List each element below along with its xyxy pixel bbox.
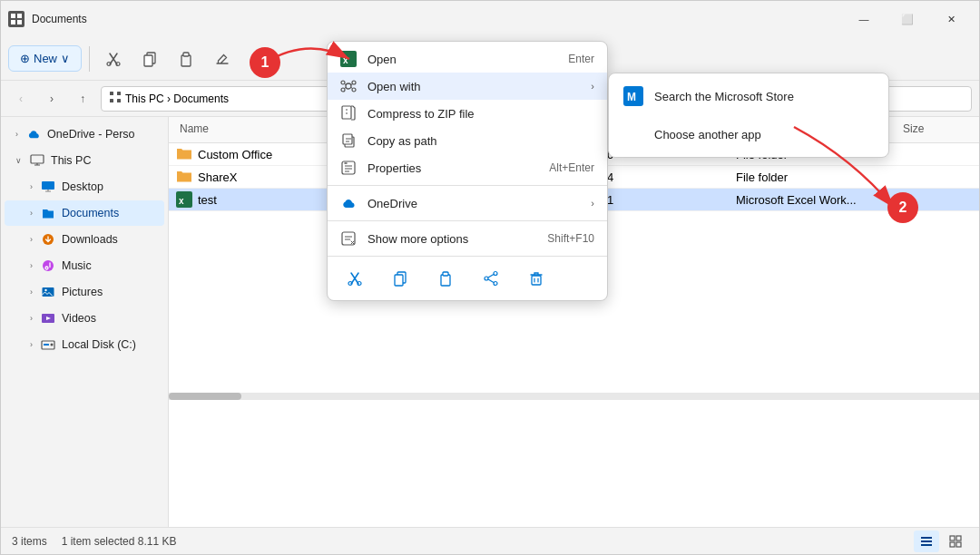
ctx-open-with-label: Open with [368, 80, 421, 93]
svg-text:M: M [627, 91, 636, 103]
ctx-onedrive[interactable]: OneDrive › [328, 190, 607, 217]
svg-rect-28 [921, 544, 932, 546]
new-chevron-icon: ∨ [61, 52, 70, 65]
grid-view-button[interactable] [943, 531, 968, 552]
svg-line-40 [345, 84, 347, 85]
sidebar-item-downloads[interactable]: › Downloads [5, 227, 164, 252]
ctx-copy-icon[interactable] [386, 264, 415, 293]
forward-button[interactable]: › [39, 86, 64, 112]
svg-rect-53 [441, 275, 450, 286]
rename-button[interactable] [206, 43, 239, 75]
chevron-downloads-icon: › [30, 235, 33, 244]
svg-rect-52 [395, 275, 403, 286]
cut-button[interactable] [97, 43, 130, 75]
ctx-open-with[interactable]: Open with › [328, 73, 607, 100]
svg-rect-29 [950, 536, 955, 540]
local-disk-label: Local Disk (C:) [62, 338, 136, 351]
ctx-show-more[interactable]: Show more options Shift+F10 [328, 225, 607, 252]
show-more-icon [340, 230, 357, 247]
maximize-button[interactable]: ⬜ [887, 5, 928, 34]
svg-point-55 [494, 272, 497, 276]
new-button[interactable]: ⊕ New ∨ [8, 45, 82, 72]
scroll-thumb[interactable] [169, 393, 241, 400]
up-button[interactable]: ↑ [70, 86, 95, 112]
ctx-cut-icon[interactable] [340, 264, 369, 293]
sidebar-item-videos[interactable]: › Videos [5, 306, 164, 331]
music-icon [40, 258, 56, 274]
horizontal-scrollbar[interactable] [169, 393, 979, 400]
properties-shortcut: Alt+Enter [549, 161, 594, 174]
desktop-label: Desktop [62, 180, 103, 193]
documents-label: Documents [62, 207, 119, 219]
svg-text:x: x [343, 55, 348, 65]
svg-rect-3 [17, 20, 22, 24]
new-plus-icon: ⊕ [20, 52, 30, 65]
svg-point-36 [341, 81, 345, 84]
svg-point-38 [341, 88, 345, 92]
chevron-open-icon: › [30, 209, 33, 218]
svg-point-57 [494, 282, 497, 286]
ctx-divider-2 [328, 220, 607, 221]
new-label: New [34, 52, 57, 65]
svg-rect-9 [183, 53, 189, 56]
file-date: 0:14 [591, 170, 736, 184]
sidebar: › OneDrive - Perso ∨ This PC [1, 117, 169, 527]
ctx-share-icon[interactable] [476, 264, 505, 293]
paste-button[interactable] [170, 43, 202, 75]
svg-text:x: x [179, 196, 184, 206]
ctx-compress[interactable]: Compress to ZIP file [328, 100, 607, 127]
ctx-divider-3 [328, 256, 607, 257]
ctx-compress-label: Compress to ZIP file [368, 107, 475, 121]
svg-rect-11 [117, 92, 121, 95]
minimize-button[interactable]: — [843, 5, 885, 34]
ctx-delete-icon[interactable] [522, 264, 551, 293]
svg-rect-1 [17, 14, 22, 18]
ctx-paste-icon[interactable] [431, 264, 460, 293]
ctx-bottom-icons [328, 260, 607, 297]
svg-rect-54 [443, 272, 448, 276]
svg-point-39 [352, 88, 356, 92]
show-more-shortcut: Shift+F10 [547, 232, 594, 245]
sidebar-item-this-pc[interactable]: ∨ This PC [5, 148, 164, 173]
svg-rect-8 [181, 55, 191, 66]
ctx-show-more-label: Show more options [368, 232, 468, 246]
ctx-properties[interactable]: Properties Alt+Enter [328, 154, 607, 181]
sidebar-item-onedrive[interactable]: › OneDrive - Perso [5, 122, 164, 147]
window-icon [8, 11, 24, 27]
back-button[interactable]: ‹ [8, 86, 34, 112]
copy-button[interactable] [133, 43, 166, 75]
ctx-properties-label: Properties [368, 161, 421, 175]
svg-line-43 [351, 88, 353, 89]
properties-icon [340, 160, 357, 176]
sidebar-item-desktop[interactable]: › Desktop [5, 174, 164, 200]
ctx-open[interactable]: x Open Enter [328, 45, 607, 73]
chevron-icon: › [15, 130, 18, 139]
ctx-copy-path-label: Copy as path [368, 134, 437, 148]
sidebar-item-documents[interactable]: › Documents [5, 200, 164, 226]
toolbar-divider-1 [89, 46, 90, 72]
chevron-down-icon: ∨ [15, 156, 22, 165]
ctx-copy-path[interactable]: Copy as path [328, 127, 607, 154]
svg-point-56 [485, 277, 488, 280]
chevron-videos-icon: › [30, 314, 33, 323]
file-name: Custom Office [198, 148, 272, 161]
window-controls: — ⬜ ✕ [843, 5, 972, 34]
onedrive-label: OneDrive - Perso [47, 128, 135, 141]
sidebar-item-pictures[interactable]: › Pictures [5, 279, 164, 305]
choose-app-icon [623, 124, 643, 144]
copy-path-icon [340, 132, 357, 149]
svg-rect-13 [117, 99, 121, 102]
sidebar-item-local-disk[interactable]: › Local Disk (C:) [5, 332, 164, 357]
col-size[interactable]: Size [899, 121, 972, 139]
submenu-ms-store[interactable]: M Search the Microsoft Store [609, 77, 888, 115]
close-button[interactable]: ✕ [930, 5, 972, 34]
excel-icon: x [176, 191, 192, 208]
svg-rect-58 [532, 276, 541, 285]
zip-icon [340, 105, 357, 122]
submenu-choose-app[interactable]: Choose another app [609, 115, 888, 153]
sidebar-item-music[interactable]: › Music [5, 253, 164, 278]
open-shortcut: Enter [568, 53, 594, 65]
downloads-icon [40, 231, 56, 248]
context-menu: x Open Enter Open with › [327, 41, 608, 301]
list-view-button[interactable] [914, 531, 939, 552]
